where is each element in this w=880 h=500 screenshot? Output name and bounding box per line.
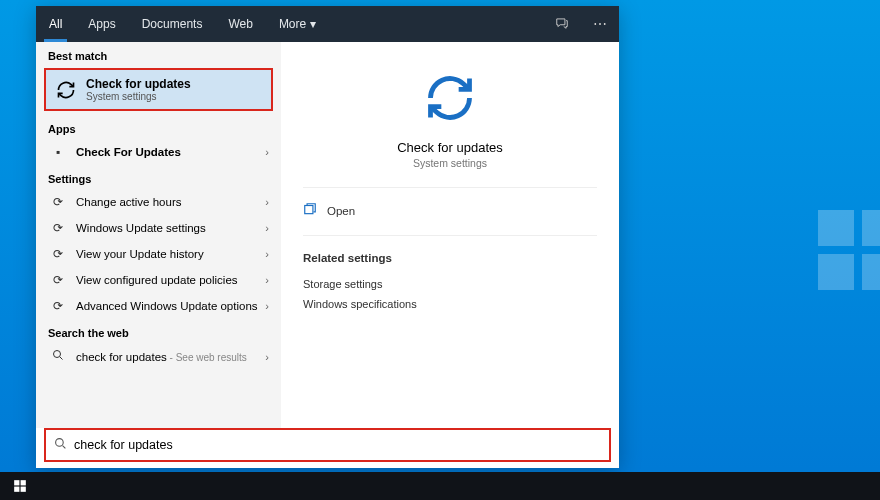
feedback-icon[interactable] — [543, 16, 581, 33]
chevron-right-icon: › — [265, 146, 269, 158]
refresh-icon: ⟳ — [48, 221, 68, 235]
refresh-icon — [424, 72, 476, 126]
windows-logo — [818, 210, 880, 290]
refresh-icon: ⟳ — [48, 247, 68, 261]
svg-point-0 — [54, 351, 61, 358]
chevron-right-icon: › — [265, 222, 269, 234]
search-icon — [48, 349, 68, 364]
search-icon — [54, 437, 67, 453]
settings-result-label: View your Update history — [76, 248, 265, 260]
best-match-result[interactable]: Check for updates System settings — [44, 68, 273, 111]
settings-result-label: View configured update policies — [76, 274, 265, 286]
app-result[interactable]: ▪ Check For Updates › — [36, 139, 281, 165]
nav-tab-all[interactable]: All — [36, 6, 75, 42]
search-input[interactable] — [74, 438, 601, 452]
nav-tab-more[interactable]: More ▾ — [266, 17, 329, 31]
settings-result[interactable]: ⟳ Change active hours › — [36, 189, 281, 215]
chevron-down-icon: ▾ — [310, 17, 316, 31]
related-settings: Related settings Storage settings Window… — [303, 236, 597, 314]
settings-result[interactable]: ⟳ Advanced Windows Update options › — [36, 293, 281, 319]
detail-title: Check for updates — [397, 140, 503, 155]
refresh-icon: ⟳ — [48, 195, 68, 209]
web-result[interactable]: check for updates - See web results › — [36, 343, 281, 370]
refresh-icon — [56, 80, 78, 100]
search-panel: All Apps Documents Web More ▾ ⋯ Best mat… — [36, 6, 619, 468]
nav-tab-apps[interactable]: Apps — [75, 6, 128, 42]
web-result-text: check for updates — [76, 351, 167, 363]
nav-bar: All Apps Documents Web More ▾ ⋯ — [36, 6, 619, 42]
related-item[interactable]: Windows specifications — [303, 294, 597, 314]
chevron-right-icon: › — [265, 300, 269, 312]
more-options-icon[interactable]: ⋯ — [581, 16, 619, 32]
settings-result[interactable]: ⟳ View configured update policies › — [36, 267, 281, 293]
settings-result[interactable]: ⟳ Windows Update settings › — [36, 215, 281, 241]
chevron-right-icon: › — [265, 248, 269, 260]
refresh-icon: ⟳ — [48, 273, 68, 287]
app-result-label: Check For Updates — [76, 146, 265, 158]
nav-tab-documents[interactable]: Documents — [129, 6, 216, 42]
taskbar — [0, 472, 880, 500]
settings-result-label: Windows Update settings — [76, 222, 265, 234]
web-result-label: check for updates - See web results — [76, 351, 265, 363]
svg-rect-1 — [305, 206, 313, 214]
settings-result[interactable]: ⟳ View your Update history › — [36, 241, 281, 267]
detail-hero: Check for updates System settings — [303, 62, 597, 188]
refresh-icon: ⟳ — [48, 299, 68, 313]
chevron-right-icon: › — [265, 196, 269, 208]
svg-point-2 — [56, 439, 64, 447]
svg-rect-5 — [14, 487, 19, 492]
nav-tab-web[interactable]: Web — [215, 6, 265, 42]
svg-rect-6 — [21, 487, 26, 492]
search-box[interactable] — [44, 428, 611, 462]
section-settings: Settings — [36, 165, 281, 189]
best-match-title: Check for updates — [86, 77, 191, 91]
section-apps: Apps — [36, 115, 281, 139]
open-action[interactable]: Open — [303, 188, 597, 236]
related-item[interactable]: Storage settings — [303, 274, 597, 294]
content-area: Best match Check for updates System sett… — [36, 42, 619, 428]
settings-result-label: Advanced Windows Update options — [76, 300, 265, 312]
chevron-right-icon: › — [265, 351, 269, 363]
app-icon: ▪ — [48, 145, 68, 159]
open-label: Open — [327, 205, 355, 217]
nav-more-label: More — [279, 17, 306, 31]
detail-subtitle: System settings — [413, 157, 487, 169]
web-result-suffix: - See web results — [167, 352, 247, 363]
chevron-right-icon: › — [265, 274, 269, 286]
related-title: Related settings — [303, 252, 597, 264]
best-match-subtitle: System settings — [86, 91, 191, 102]
section-best-match: Best match — [36, 42, 281, 66]
open-icon — [303, 202, 317, 219]
results-column: Best match Check for updates System sett… — [36, 42, 281, 428]
svg-rect-4 — [21, 480, 26, 485]
settings-result-label: Change active hours — [76, 196, 265, 208]
start-button[interactable] — [0, 472, 40, 500]
detail-column: Check for updates System settings Open R… — [281, 42, 619, 428]
section-search-web: Search the web — [36, 319, 281, 343]
svg-rect-3 — [14, 480, 19, 485]
